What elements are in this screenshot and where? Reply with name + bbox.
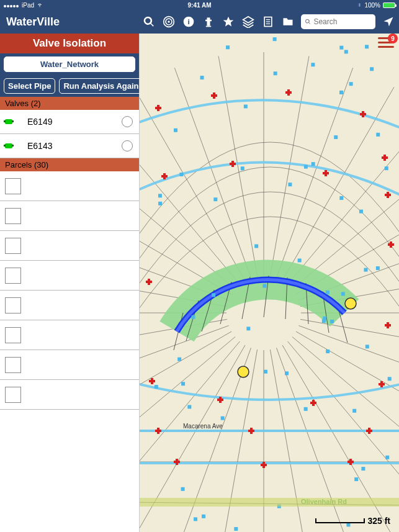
svg-rect-139 bbox=[194, 517, 197, 521]
svg-line-44 bbox=[140, 113, 240, 284]
svg-rect-138 bbox=[213, 197, 217, 201]
wifi-icon bbox=[37, 2, 43, 7]
parcel-checkbox[interactable] bbox=[5, 357, 21, 373]
svg-rect-166 bbox=[254, 245, 258, 248]
search-icon bbox=[305, 18, 311, 25]
svg-rect-104 bbox=[148, 279, 150, 285]
svg-point-2 bbox=[168, 20, 169, 22]
parcel-checkbox[interactable] bbox=[5, 297, 21, 313]
svg-rect-125 bbox=[155, 385, 158, 389]
svg-rect-121 bbox=[234, 527, 238, 531]
carrier-label: iPad bbox=[22, 2, 34, 9]
search-input[interactable] bbox=[313, 17, 372, 26]
parcel-list-item[interactable] bbox=[0, 201, 139, 231]
folder-icon[interactable] bbox=[281, 15, 295, 29]
info-icon[interactable]: i bbox=[182, 15, 195, 29]
svg-rect-150 bbox=[174, 128, 177, 132]
svg-line-35 bbox=[140, 337, 235, 480]
valve-list-item[interactable]: E6149 bbox=[0, 110, 139, 134]
svg-rect-158 bbox=[312, 162, 315, 166]
svg-rect-82 bbox=[151, 378, 153, 384]
svg-point-62 bbox=[345, 298, 356, 309]
svg-rect-165 bbox=[241, 166, 244, 170]
valve-id-label: E6149 bbox=[19, 117, 115, 127]
parcel-list-item[interactable] bbox=[0, 320, 139, 350]
svg-rect-136 bbox=[298, 258, 302, 262]
notes-icon[interactable] bbox=[261, 15, 275, 29]
signal-dots-icon bbox=[4, 2, 19, 9]
valve-list-item[interactable]: E6143 bbox=[0, 134, 139, 158]
svg-rect-159 bbox=[244, 104, 248, 108]
hydrant-icon[interactable] bbox=[202, 15, 215, 29]
parcel-checkbox[interactable] bbox=[5, 327, 21, 343]
parcel-list-item[interactable] bbox=[0, 261, 139, 291]
svg-text:i: i bbox=[187, 17, 189, 25]
parcel-list-item[interactable] bbox=[0, 171, 139, 201]
scale-label: 325 ft bbox=[367, 516, 390, 526]
svg-rect-114 bbox=[273, 37, 277, 41]
svg-line-25 bbox=[292, 337, 399, 480]
svg-rect-171 bbox=[140, 498, 399, 507]
select-pipe-button[interactable]: Select Pipe bbox=[4, 78, 55, 94]
search-map-icon[interactable] bbox=[142, 15, 156, 29]
network-button[interactable]: Water_Network bbox=[4, 56, 135, 72]
parcel-checkbox[interactable] bbox=[5, 208, 21, 224]
valve-icon bbox=[5, 143, 12, 148]
favorite-icon[interactable] bbox=[222, 15, 235, 29]
svg-rect-129 bbox=[359, 210, 363, 214]
svg-rect-90 bbox=[176, 459, 178, 465]
valve-radio[interactable] bbox=[122, 140, 133, 151]
svg-rect-128 bbox=[262, 284, 266, 288]
svg-rect-115 bbox=[365, 345, 369, 348]
svg-rect-102 bbox=[387, 322, 389, 328]
parcel-list-item[interactable] bbox=[0, 380, 139, 410]
map-canvas[interactable]: 9 bbox=[140, 34, 399, 532]
svg-rect-161 bbox=[339, 46, 343, 50]
sidebar-panel: Valve Isolation Water_Network Select Pip… bbox=[0, 34, 140, 532]
parcel-list-item[interactable] bbox=[0, 291, 139, 320]
locate-icon[interactable] bbox=[382, 15, 395, 29]
svg-rect-137 bbox=[212, 293, 215, 297]
parcels-section-header: Parcels (30) bbox=[0, 158, 139, 171]
svg-rect-74 bbox=[163, 173, 166, 179]
svg-rect-123 bbox=[200, 76, 204, 79]
svg-rect-133 bbox=[370, 67, 374, 71]
parcel-checkbox[interactable] bbox=[5, 387, 21, 403]
clock-label: 9:41 AM bbox=[188, 2, 212, 9]
svg-rect-122 bbox=[285, 371, 289, 375]
svg-rect-113 bbox=[388, 377, 392, 381]
svg-rect-5 bbox=[207, 17, 210, 25]
map-menu-badge: 9 bbox=[388, 34, 398, 43]
parcel-list-item[interactable] bbox=[0, 350, 139, 380]
svg-rect-141 bbox=[177, 358, 181, 361]
svg-rect-111 bbox=[339, 91, 343, 94]
svg-rect-149 bbox=[179, 173, 183, 176]
valve-radio[interactable] bbox=[122, 116, 133, 127]
svg-line-43 bbox=[140, 145, 235, 289]
map-menu-button[interactable]: 9 bbox=[378, 37, 394, 48]
panel-title: Valve Isolation bbox=[0, 34, 139, 53]
svg-rect-98 bbox=[250, 428, 253, 434]
parcel-list-item[interactable] bbox=[0, 231, 139, 261]
svg-rect-80 bbox=[387, 192, 389, 198]
parcel-checkbox[interactable] bbox=[5, 178, 21, 194]
run-analysis-button[interactable]: Run Analysis Again bbox=[59, 78, 143, 94]
parcel-checkbox[interactable] bbox=[5, 268, 21, 284]
svg-rect-156 bbox=[385, 456, 389, 459]
svg-rect-144 bbox=[339, 196, 343, 200]
bluetooth-icon bbox=[357, 2, 362, 8]
main-toolbar: WaterVille i bbox=[0, 10, 399, 34]
svg-rect-164 bbox=[376, 133, 380, 137]
target-icon[interactable] bbox=[162, 15, 176, 29]
svg-rect-132 bbox=[365, 45, 369, 48]
svg-rect-152 bbox=[158, 194, 162, 197]
search-box[interactable] bbox=[301, 14, 375, 29]
svg-rect-6 bbox=[205, 20, 212, 22]
svg-rect-119 bbox=[304, 407, 308, 411]
valve-icon bbox=[5, 119, 12, 124]
layers-icon[interactable] bbox=[241, 15, 255, 29]
svg-rect-7 bbox=[206, 26, 211, 27]
parcel-checkbox[interactable] bbox=[5, 238, 21, 254]
ios-status-bar: iPad 9:41 AM 100% bbox=[0, 0, 399, 10]
svg-rect-130 bbox=[288, 183, 292, 186]
